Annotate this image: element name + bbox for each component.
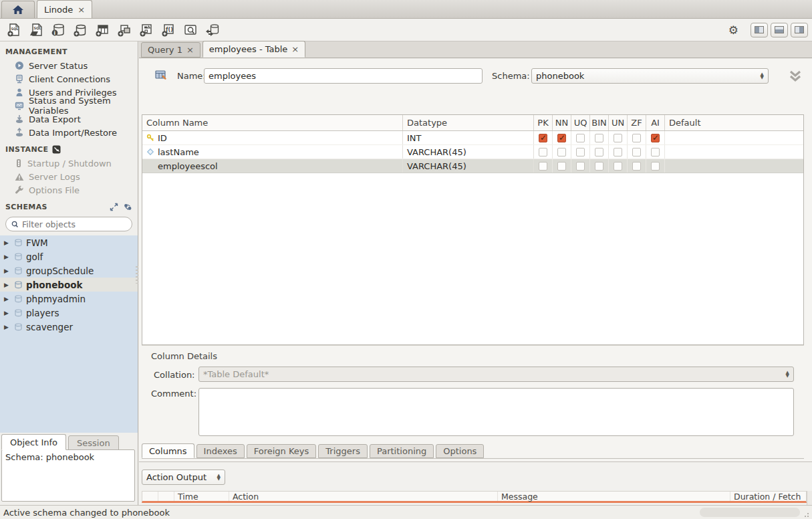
collation-select[interactable]: *Table Default* ▲▼ xyxy=(198,367,794,382)
header-default[interactable]: Default xyxy=(665,118,803,128)
schema-inspector-icon[interactable]: i xyxy=(48,21,68,39)
output-scrollbar[interactable] xyxy=(807,491,812,505)
sidebar-item-startup-shutdown[interactable]: Startup / Shutdown xyxy=(0,157,138,170)
sidebar-item-client-connections[interactable]: Client Connections xyxy=(0,72,138,86)
connection-tab-close-icon[interactable]: × xyxy=(78,5,85,15)
tab-query-1[interactable]: Query 1 × xyxy=(141,42,200,58)
header-nn[interactable]: NN xyxy=(553,115,571,130)
sidebar-item-options-file[interactable]: Options File xyxy=(0,183,138,197)
create-procedure-icon[interactable] xyxy=(136,21,156,39)
header-datatype[interactable]: Datatype xyxy=(403,115,534,130)
checkbox-pk[interactable] xyxy=(539,148,547,157)
schema-item-groupschedule[interactable]: ▶ groupSchedule xyxy=(0,264,138,278)
header-pk[interactable]: PK xyxy=(534,115,553,130)
sidebar-item-data-import[interactable]: Data Import/Restore xyxy=(0,126,138,139)
checkbox-bin[interactable] xyxy=(595,148,603,157)
expander-icon[interactable]: ▶ xyxy=(4,310,11,316)
close-icon[interactable]: × xyxy=(291,44,299,54)
checkbox-un[interactable] xyxy=(614,134,622,142)
tab-employees-table[interactable]: employees - Table × xyxy=(202,41,305,58)
create-schema-icon[interactable] xyxy=(70,21,90,39)
sidebar-item-system-variables[interactable]: Status and System Variables xyxy=(0,99,138,112)
subtab-options[interactable]: Options xyxy=(436,444,484,458)
collapse-header-chevron-icon[interactable] xyxy=(788,70,803,83)
resize-grip-icon[interactable] xyxy=(804,511,811,518)
subtab-foreign-keys[interactable]: Foreign Keys xyxy=(247,444,317,458)
subtab-indexes[interactable]: Indexes xyxy=(196,444,245,458)
tab-object-info[interactable]: Object Info xyxy=(1,434,66,450)
checkbox-zf[interactable] xyxy=(632,162,641,171)
checkbox-nn[interactable] xyxy=(557,162,566,171)
schema-item-phpmyadmin[interactable]: ▶ phpmyadmin xyxy=(0,292,138,306)
header-duration-fetch[interactable]: Duration / Fetch xyxy=(730,492,806,502)
expand-schemas-icon[interactable] xyxy=(110,203,118,211)
column-row-employeescol[interactable]: employeescol VARCHAR(45) xyxy=(142,159,803,173)
open-sql-script-icon[interactable]: SQL xyxy=(26,21,46,39)
header-action[interactable]: Action xyxy=(229,492,498,501)
table-name-input[interactable] xyxy=(204,68,483,84)
expander-icon[interactable]: ▶ xyxy=(4,324,11,330)
checkbox-uq[interactable] xyxy=(576,162,585,171)
new-sql-tab-icon[interactable]: SQL xyxy=(4,21,24,39)
checkbox-un[interactable] xyxy=(614,148,622,157)
tab-session[interactable]: Session xyxy=(68,435,119,450)
sidebar-splitter[interactable] xyxy=(136,266,138,284)
checkbox-bin[interactable] xyxy=(595,134,603,142)
checkbox-ai[interactable] xyxy=(651,162,660,171)
checkbox-pk[interactable] xyxy=(539,162,547,171)
checkbox-nn[interactable] xyxy=(557,148,566,157)
expander-icon[interactable]: ▶ xyxy=(4,282,11,288)
checkbox-bin[interactable] xyxy=(595,162,603,171)
toggle-bottom-panel-button[interactable] xyxy=(771,23,788,37)
sidebar-item-server-logs[interactable]: Server Logs xyxy=(0,170,138,183)
close-icon[interactable]: × xyxy=(186,45,194,55)
header-un[interactable]: UN xyxy=(609,115,628,130)
checkbox-uq[interactable] xyxy=(576,134,585,142)
column-row-id[interactable]: ID INT xyxy=(142,131,803,145)
sidebar-item-server-status[interactable]: Server Status xyxy=(0,59,138,72)
checkbox-ai[interactable] xyxy=(651,148,660,157)
toggle-left-panel-button[interactable] xyxy=(751,23,768,37)
header-bin[interactable]: BIN xyxy=(590,115,609,130)
schema-item-golf[interactable]: ▶ golf xyxy=(0,249,138,264)
schema-filter-input[interactable] xyxy=(22,219,126,229)
home-tab[interactable] xyxy=(1,1,35,18)
preferences-gear-icon[interactable]: ⚙ xyxy=(728,23,738,37)
checkbox-pk[interactable] xyxy=(539,134,547,142)
checkbox-ai[interactable] xyxy=(651,134,660,142)
header-column-name[interactable]: Column Name xyxy=(142,115,403,130)
schema-item-phonebook[interactable]: ▶ phonebook xyxy=(0,278,138,292)
checkbox-zf[interactable] xyxy=(632,134,641,142)
expander-icon[interactable]: ▶ xyxy=(4,239,11,246)
create-table-icon[interactable] xyxy=(92,21,112,39)
refresh-schemas-icon[interactable] xyxy=(123,203,132,211)
reconnect-dbms-icon[interactable] xyxy=(202,21,223,39)
subtab-triggers[interactable]: Triggers xyxy=(318,444,368,458)
checkbox-zf[interactable] xyxy=(632,148,641,157)
search-table-data-icon[interactable] xyxy=(180,21,200,39)
schema-item-scavenger[interactable]: ▶ scavenger xyxy=(0,320,138,334)
header-zf[interactable]: ZF xyxy=(628,115,646,130)
create-function-icon[interactable]: ƒ() xyxy=(158,21,178,39)
create-view-icon[interactable] xyxy=(114,21,134,39)
expander-icon[interactable]: ▶ xyxy=(4,253,11,260)
schema-item-fwm[interactable]: ▶ FWM xyxy=(0,235,138,249)
column-row-lastname[interactable]: lastName VARCHAR(45) xyxy=(142,145,803,159)
checkbox-uq[interactable] xyxy=(576,148,585,157)
checkbox-un[interactable] xyxy=(614,162,622,171)
toggle-right-panel-button[interactable] xyxy=(791,23,808,37)
comment-textarea[interactable] xyxy=(198,388,794,436)
header-ai[interactable]: AI xyxy=(646,115,665,130)
header-message[interactable]: Message xyxy=(498,492,730,501)
schema-filter[interactable] xyxy=(5,217,132,231)
subtab-partitioning[interactable]: Partitioning xyxy=(370,444,434,458)
expander-icon[interactable]: ▶ xyxy=(4,268,11,274)
checkbox-nn[interactable] xyxy=(557,134,566,142)
instance-config-icon[interactable] xyxy=(52,145,61,154)
output-selector[interactable]: Action Output ▲▼ xyxy=(142,470,225,485)
subtab-columns[interactable]: Columns xyxy=(142,443,194,458)
expander-icon[interactable]: ▶ xyxy=(4,296,11,302)
connection-tab[interactable]: Linode × xyxy=(37,0,92,18)
header-time[interactable]: Time xyxy=(174,492,229,501)
header-uq[interactable]: UQ xyxy=(571,115,590,130)
